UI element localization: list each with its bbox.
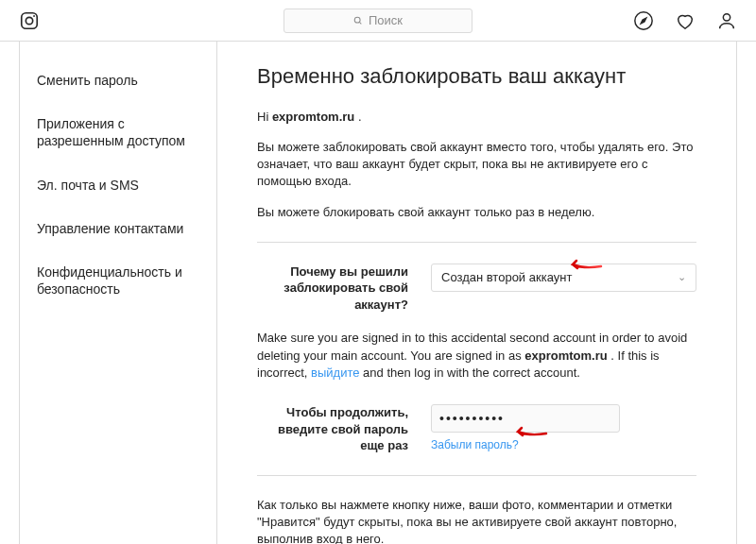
content: Временно заблокировать ваш аккаунт Hi ex…	[217, 42, 737, 544]
reason-select[interactable]: Создан второй аккаунт ⌄	[431, 264, 696, 292]
sidebar-item-password[interactable]: Сменить пароль	[20, 59, 216, 102]
password-control: •••••••••• Забыли пароль?	[431, 404, 696, 454]
explore-icon[interactable]	[633, 10, 654, 31]
divider-1	[257, 242, 696, 243]
sidebar-item-label: Сменить пароль	[37, 73, 138, 88]
sidebar-item-apps[interactable]: Приложения с разрешенным доступом	[20, 102, 216, 162]
svg-marker-6	[641, 18, 646, 24]
search-container: Поиск	[284, 8, 472, 33]
reason-selected-value: Создан второй аккаунт	[441, 270, 572, 284]
password-row: Чтобы продолжить, введите свой пароль ещ…	[257, 404, 696, 454]
password-label: Чтобы продолжить, введите свой пароль ещ…	[257, 404, 408, 454]
sidebar-item-contacts[interactable]: Управление контактами	[20, 207, 216, 250]
main-wrap: Сменить пароль Приложения с разрешенным …	[0, 42, 756, 544]
greeting: Hi expromtom.ru .	[257, 110, 696, 124]
page-title: Временно заблокировать ваш аккаунт	[257, 64, 696, 89]
final-text: Как только вы нажмете кнопку ниже, ваши …	[257, 497, 696, 544]
username: expromtom.ru	[272, 110, 354, 124]
info-text-c: and then log in with the correct account…	[359, 366, 579, 380]
chevron-down-icon: ⌄	[678, 271, 686, 283]
reason-row: Почему вы решили заблокировать свой акка…	[257, 264, 696, 314]
sidebar-item-privacy[interactable]: Конфиденциальность и безопасность	[20, 250, 216, 311]
divider-2	[257, 475, 696, 476]
reason-label: Почему вы решили заблокировать свой акка…	[257, 264, 408, 314]
logout-link[interactable]: выйдите	[311, 366, 359, 380]
password-masked: ••••••••••	[439, 411, 505, 426]
password-input[interactable]: ••••••••••	[431, 404, 620, 433]
greeting-suffix: .	[354, 110, 361, 124]
svg-point-3	[354, 17, 360, 23]
sidebar-item-email-sms[interactable]: Эл. почта и SMS	[20, 163, 216, 207]
profile-icon[interactable]	[716, 10, 737, 31]
sidebar: Сменить пароль Приложения с разрешенным …	[19, 42, 217, 544]
sidebar-item-label: Конфиденциальность и безопасность	[37, 264, 182, 297]
topbar: Поиск	[0, 0, 756, 42]
search-icon	[353, 16, 363, 26]
forgot-password-link[interactable]: Забыли пароль?	[431, 438, 696, 451]
search-input[interactable]: Поиск	[284, 8, 472, 33]
svg-line-4	[359, 22, 361, 24]
heart-icon[interactable]	[675, 10, 696, 31]
sidebar-item-label: Управление контактами	[37, 221, 183, 236]
greeting-prefix: Hi	[257, 110, 272, 124]
sidebar-item-label: Эл. почта и SMS	[37, 178, 139, 193]
description-1: Вы можете заблокировать свой аккаунт вме…	[257, 139, 696, 191]
svg-point-2	[33, 15, 35, 17]
svg-point-1	[26, 17, 32, 24]
svg-rect-0	[22, 12, 38, 28]
signin-warning: Make sure you are signed in to this acci…	[257, 330, 696, 382]
search-placeholder: Поиск	[369, 13, 403, 27]
svg-point-7	[723, 13, 730, 20]
topbar-right	[633, 10, 737, 31]
instagram-logo-icon[interactable]	[19, 10, 40, 31]
username-inline: expromtom.ru	[524, 348, 607, 363]
reason-control: Создан второй аккаунт ⌄	[431, 264, 696, 314]
description-2: Вы можете блокировать свой аккаунт тольк…	[257, 204, 696, 221]
sidebar-item-label: Приложения с разрешенным доступом	[37, 116, 185, 148]
